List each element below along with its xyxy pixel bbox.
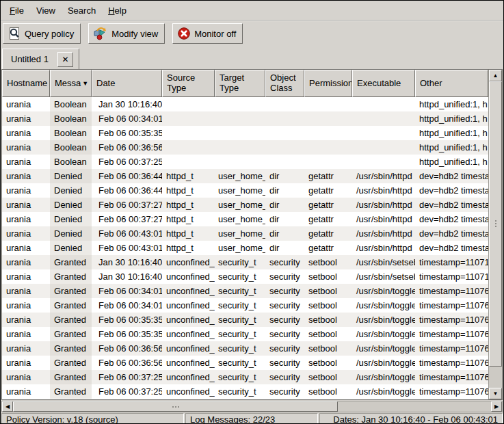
table-row[interactable]: urania Granted Feb 06 00:37:25 unconfine…: [2, 384, 488, 399]
cell-source-type: httpd_t: [162, 183, 215, 198]
cell-executable: /usr/sbin/toggle: [352, 284, 415, 298]
cell-source-type: unconfined_: [162, 284, 215, 298]
cell-date: Feb 06 00:34:01: [92, 111, 162, 126]
cell-hostname: urania: [2, 313, 50, 327]
scroll-right-button[interactable]: ▶: [491, 401, 502, 412]
close-icon: ✕: [62, 55, 68, 64]
table-row[interactable]: urania Denied Feb 06 00:37:27 httpd_t us…: [2, 198, 488, 212]
table-row[interactable]: urania Boolean Feb 06 00:34:01 httpd_uni…: [2, 111, 488, 126]
cell-target-type: security_t: [215, 284, 265, 298]
cell-source-type: httpd_t: [162, 212, 215, 226]
tab-close-button[interactable]: ✕: [57, 52, 73, 67]
table-row[interactable]: urania Denied Feb 06 00:43:01 httpd_t us…: [2, 241, 488, 255]
cell-message: Denied: [50, 226, 92, 241]
seaudit-window: File View Search Help Query policy: [0, 0, 504, 424]
table-row[interactable]: urania Granted Feb 06 00:36:56 unconfine…: [2, 341, 488, 356]
query-policy-label: Query policy: [25, 29, 74, 39]
cell-permission: [304, 97, 352, 111]
table-row[interactable]: urania Denied Feb 06 00:43:01 httpd_t us…: [2, 226, 488, 241]
cell-other: httpd_unified:1, h: [415, 111, 488, 126]
scroll-up-button[interactable]: ▲: [489, 70, 502, 81]
cell-other: dev=hdb2 timesta: [415, 198, 488, 212]
cell-date: Feb 06 00:36:56: [92, 140, 162, 155]
cell-hostname: urania: [2, 327, 50, 341]
column-header-hostname[interactable]: Hostname: [2, 70, 50, 97]
vertical-scrollbar-trough[interactable]: [489, 81, 502, 388]
horizontal-scrollbar-trough[interactable]: [13, 401, 491, 412]
scroll-left-button[interactable]: ◀: [2, 401, 13, 412]
column-header-message[interactable]: Messa ▼: [50, 70, 92, 97]
cell-other: httpd_unified:1, h: [415, 97, 488, 111]
cell-source-type: httpd_t: [162, 169, 215, 183]
cell-hostname: urania: [2, 140, 50, 155]
table-header-row: Hostname Messa ▼ Date Source Type Target…: [2, 70, 488, 97]
cell-target-type: security_t: [215, 255, 265, 269]
cell-permission: getattr: [304, 241, 352, 255]
column-header-date[interactable]: Date: [92, 70, 162, 97]
cell-permission: getattr: [304, 183, 352, 198]
cell-other: dev=hdb2 timesta: [415, 212, 488, 226]
menu-file[interactable]: File: [3, 3, 30, 18]
scroll-down-button[interactable]: ▼: [489, 388, 502, 399]
table-row[interactable]: urania Boolean Feb 06 00:37:25 httpd_uni…: [2, 155, 488, 169]
table-row[interactable]: urania Boolean Feb 06 00:36:56 httpd_uni…: [2, 140, 488, 155]
table-row[interactable]: urania Denied Feb 06 00:36:44 httpd_t us…: [2, 169, 488, 183]
menu-search[interactable]: Search: [62, 3, 102, 18]
cell-target-type: security_t: [215, 269, 265, 284]
horizontal-scrollbar-thumb[interactable]: [13, 401, 338, 412]
monitor-off-label: Monitor off: [194, 29, 236, 39]
table-row[interactable]: urania Granted Feb 06 00:35:35 unconfine…: [2, 327, 488, 341]
cell-target-type: [215, 155, 265, 169]
cell-message: Denied: [50, 212, 92, 226]
cell-executable: /usr/sbin/toggle: [352, 313, 415, 327]
column-header-permission[interactable]: Permission: [304, 70, 352, 97]
cell-date: Feb 06 00:35:35: [92, 126, 162, 140]
cell-target-type: security_t: [215, 341, 265, 356]
table-row[interactable]: urania Granted Feb 06 00:37:25 unconfine…: [2, 370, 488, 384]
vertical-scrollbar-thumb[interactable]: [489, 81, 502, 367]
horizontal-scrollbar: ◀ ▶: [1, 401, 503, 412]
cell-message: Denied: [50, 183, 92, 198]
cell-permission: setbool: [304, 327, 352, 341]
modify-view-button[interactable]: Modify view: [88, 23, 165, 44]
query-policy-button[interactable]: Query policy: [3, 23, 81, 44]
cell-permission: setbool: [304, 384, 352, 399]
table-row[interactable]: urania Granted Feb 06 00:34:01 unconfine…: [2, 284, 488, 298]
menu-help[interactable]: Help: [102, 3, 133, 18]
cell-executable: /usr/sbin/toggle: [352, 327, 415, 341]
table-row[interactable]: urania Granted Jan 30 10:16:40 unconfine…: [2, 269, 488, 284]
cell-source-type: [162, 111, 215, 126]
column-header-other[interactable]: Other: [415, 70, 488, 97]
table-row[interactable]: urania Boolean Feb 06 00:35:35 httpd_uni…: [2, 126, 488, 140]
table-row[interactable]: urania Granted Feb 06 00:34:01 unconfine…: [2, 298, 488, 313]
table-row[interactable]: urania Denied Feb 06 00:36:44 httpd_t us…: [2, 183, 488, 198]
cell-executable: /usr/sbin/httpd: [352, 212, 415, 226]
cell-source-type: [162, 155, 215, 169]
column-header-object-class[interactable]: Object Class: [265, 70, 304, 97]
table-row[interactable]: urania Granted Feb 06 00:35:35 unconfine…: [2, 313, 488, 327]
cell-source-type: unconfined_: [162, 269, 215, 284]
menu-view[interactable]: View: [30, 3, 62, 18]
cell-source-type: unconfined_: [162, 298, 215, 313]
column-header-target-type[interactable]: Target Type: [215, 70, 265, 97]
cell-date: Feb 06 00:37:25: [92, 155, 162, 169]
cell-date: Feb 06 00:36:56: [92, 356, 162, 370]
cell-target-type: [215, 126, 265, 140]
cell-object-class: security: [265, 370, 304, 384]
table-row[interactable]: urania Denied Feb 06 00:37:27 httpd_t us…: [2, 212, 488, 226]
dates-status: Dates: Jan 30 10:16:40 - Feb 06 00:43:01: [319, 413, 503, 424]
modify-view-icon: [93, 27, 108, 40]
cell-message: Granted: [50, 284, 92, 298]
vertical-scrollbar: ▲ ▼: [488, 70, 502, 399]
table-row[interactable]: urania Granted Jan 30 10:16:40 unconfine…: [2, 255, 488, 269]
cell-permission: getattr: [304, 169, 352, 183]
cell-target-type: user_home_: [215, 212, 265, 226]
column-header-executable[interactable]: Executable: [352, 70, 415, 97]
cell-date: Feb 06 00:36:44: [92, 169, 162, 183]
column-header-source-type[interactable]: Source Type: [162, 70, 215, 97]
cell-date: Feb 06 00:35:35: [92, 313, 162, 327]
tab-untitled-1[interactable]: Untitled 1 ✕: [2, 49, 79, 69]
table-row[interactable]: urania Granted Feb 06 00:36:56 unconfine…: [2, 356, 488, 370]
monitor-off-button[interactable]: Monitor off: [172, 23, 243, 44]
table-row[interactable]: urania Boolean Jan 30 10:16:40 httpd_uni…: [2, 97, 488, 111]
